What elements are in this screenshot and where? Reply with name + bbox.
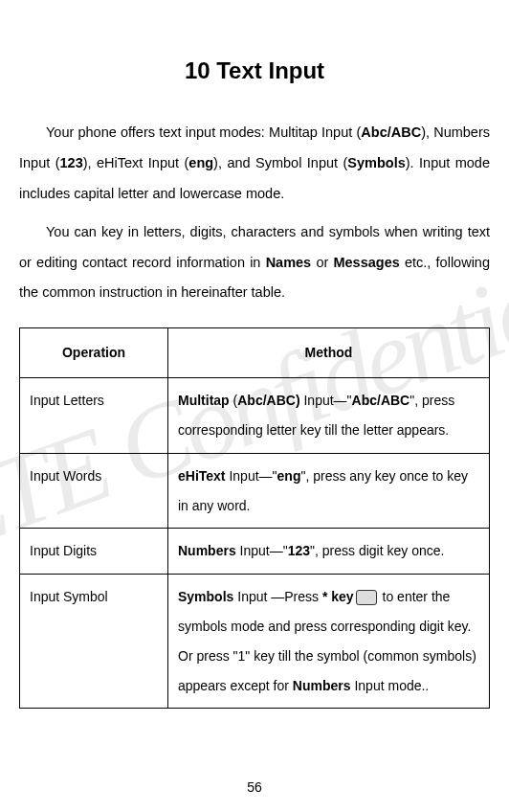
text: or	[311, 255, 333, 270]
intro-p1-text: Your phone offers text input modes: Mult…	[19, 124, 490, 201]
operation-cell: Input Words	[20, 453, 168, 529]
bold-text: Abc/ABC	[352, 393, 410, 408]
star-key-icon	[356, 590, 377, 605]
bold-text: Multitap	[178, 393, 230, 408]
bold-text: eHiText	[178, 468, 226, 484]
method-cell: Multitap (Abc/ABC) Input—"Abc/ABC", pres…	[168, 378, 490, 454]
header-operation: Operation	[20, 328, 168, 378]
bold-text: Abc/ABC)	[237, 393, 299, 408]
bold-text: 123	[60, 155, 83, 170]
table-row: Input DigitsNumbers Input—"123", press d…	[20, 529, 490, 575]
intro-paragraph-1: Your phone offers text input modes: Mult…	[19, 118, 490, 210]
text: ", press digit key once.	[310, 543, 444, 558]
text: ), and Symbol Input (	[213, 155, 347, 170]
operation-cell: Input Symbol	[20, 575, 168, 709]
bold-text: Abc/ABC	[361, 124, 421, 140]
text: (	[230, 393, 238, 408]
bold-text: * key	[322, 589, 354, 604]
operation-cell: Input Digits	[20, 529, 168, 575]
table-row: Input WordseHiText Input—"eng", press an…	[20, 453, 490, 529]
table-header-row: Operation Method	[20, 328, 490, 378]
operation-cell: Input Letters	[20, 378, 168, 454]
intro-paragraph-2: You can key in letters, digits, characte…	[19, 217, 490, 309]
page-number: 56	[247, 779, 262, 795]
text: Input—"	[236, 543, 288, 558]
text: Input mode..	[351, 678, 430, 693]
header-method: Method	[168, 328, 490, 378]
bold-text: Names	[266, 255, 312, 270]
bold-text: Symbols	[347, 155, 405, 170]
page-content: 10 Text Input Your phone offers text inp…	[19, 57, 490, 709]
table-row: Input SymbolSymbols Input —Press * key t…	[20, 575, 490, 709]
bold-text: eng	[188, 155, 213, 170]
text: Your phone offers text input modes: Mult…	[46, 124, 361, 140]
text: Input—"	[300, 393, 352, 408]
table-body: Input LettersMultitap (Abc/ABC) Input—"A…	[20, 378, 490, 709]
text: Input —Press	[233, 589, 322, 604]
bold-text: eng	[277, 468, 301, 484]
input-methods-table: Operation Method Input LettersMultitap (…	[19, 327, 490, 709]
bold-text: Symbols	[178, 589, 233, 604]
bold-text: Messages	[333, 255, 399, 270]
intro-p2-text: You can key in letters, digits, characte…	[19, 224, 490, 301]
chapter-title: 10 Text Input	[19, 57, 490, 84]
method-cell: Symbols Input —Press * key to enter the …	[168, 575, 490, 709]
bold-text: 123	[288, 543, 310, 558]
bold-text: Numbers	[178, 543, 236, 558]
text: Input—"	[226, 468, 277, 484]
method-cell: Numbers Input—"123", press digit key onc…	[168, 529, 490, 575]
table-row: Input LettersMultitap (Abc/ABC) Input—"A…	[20, 378, 490, 454]
method-cell: eHiText Input—"eng", press any key once …	[168, 453, 490, 529]
text: ), eHiText Input (	[83, 155, 189, 170]
bold-text: Numbers	[293, 678, 351, 693]
